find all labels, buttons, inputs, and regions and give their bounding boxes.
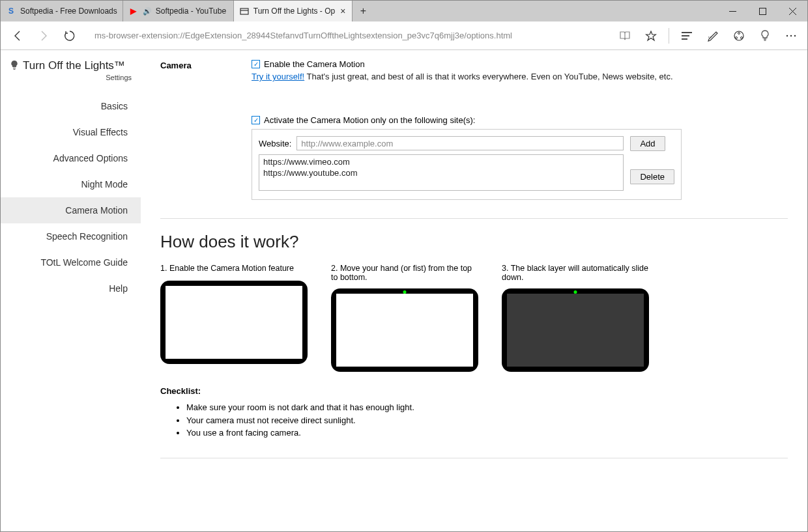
favicon-softpedia: S — [6, 6, 16, 16]
brand-title: Turn Off the Lights™ — [23, 59, 125, 72]
tab-title: Softpedia - Free Downloads — [20, 7, 117, 16]
tab-youtube[interactable]: ▶ 🔊 Softpedia - YouTube — [123, 1, 234, 21]
checkbox-enable-camera[interactable]: ✓ — [252, 60, 260, 68]
svg-point-12 — [736, 36, 738, 38]
divider — [160, 218, 788, 219]
try-yourself-link[interactable]: Try it yourself! — [252, 72, 304, 81]
svg-rect-3 — [759, 8, 766, 14]
sidebar-item-night-mode[interactable]: Night Mode — [1, 171, 141, 197]
site-list[interactable] — [259, 154, 624, 191]
device-illustration-1 — [160, 281, 308, 364]
svg-point-11 — [738, 32, 740, 34]
divider — [160, 458, 788, 458]
svg-point-13 — [741, 36, 743, 38]
tab-turn-off-lights[interactable]: Turn Off the Lights - Op × — [234, 1, 353, 21]
extension-bulb-icon[interactable] — [754, 25, 776, 47]
section-title-camera: Camera — [160, 59, 252, 200]
svg-point-10 — [734, 31, 743, 40]
back-button[interactable] — [6, 24, 29, 48]
add-button[interactable]: Add — [630, 136, 665, 151]
svg-rect-19 — [13, 68, 16, 68]
brand: Turn Off the Lights™ — [1, 59, 141, 74]
favicon-extension — [239, 6, 250, 16]
device-illustration-3 — [502, 288, 649, 372]
refresh-button[interactable] — [58, 24, 81, 48]
tab-strip: S Softpedia - Free Downloads ▶ 🔊 Softped… — [1, 1, 807, 21]
checklist-item: Make sure your room is not dark and that… — [186, 401, 788, 414]
howto-title: How does it work? — [160, 232, 788, 252]
mute-icon[interactable]: 🔊 — [143, 7, 152, 16]
website-input[interactable] — [296, 136, 624, 150]
sidebar-item-speech-recognition[interactable]: Speech Recognition — [1, 223, 141, 249]
address-bar[interactable]: ms-browser-extension://EdgeExtension_289… — [91, 27, 605, 45]
tab-softpedia[interactable]: S Softpedia - Free Downloads — [1, 1, 123, 21]
close-window-button[interactable] — [777, 1, 807, 21]
website-label: Website: — [259, 139, 291, 148]
sidebar-item-help[interactable]: Help — [1, 275, 141, 301]
checklist-title: Checklist: — [160, 386, 788, 396]
content: Camera ✓ Enable the Camera Motion Try it… — [141, 50, 807, 531]
sidebar-item-camera-motion[interactable]: Camera Motion — [1, 197, 141, 223]
site-list-panel: Website: Add Delete — [252, 129, 682, 200]
step-3-label: 3. The black layer will automatically sl… — [502, 264, 649, 282]
toolbar: ms-browser-extension://EdgeExtension_289… — [1, 21, 807, 50]
try-description: That's just great, and best of all is th… — [304, 72, 672, 81]
forward-button[interactable] — [32, 24, 55, 48]
checkbox-activate-sites[interactable]: ✓ — [252, 116, 260, 124]
svg-point-17 — [790, 35, 792, 36]
hub-icon[interactable] — [676, 25, 698, 47]
maximize-button[interactable] — [747, 1, 777, 21]
activate-sites-label: Activate the Camera Motion only on the f… — [264, 115, 475, 125]
sidebar-item-basics[interactable]: Basics — [1, 93, 141, 119]
sidebar-item-advanced-options[interactable]: Advanced Options — [1, 145, 141, 171]
minimize-button[interactable] — [717, 1, 747, 21]
sidebar-item-totl-welcome-guide[interactable]: TOtL Welcome Guide — [1, 249, 141, 275]
sidebar-item-visual-effects[interactable]: Visual Effects — [1, 119, 141, 145]
favicon-youtube: ▶ — [128, 6, 139, 16]
tab-title: Turn Off the Lights - Op — [253, 7, 335, 16]
step-2-label: 2. Move your hand (or fist) from the top… — [331, 264, 478, 282]
bulb-icon — [10, 60, 19, 72]
checklist-item: You use a front facing camera. — [186, 427, 788, 440]
svg-point-18 — [794, 35, 796, 36]
share-icon[interactable] — [728, 25, 750, 47]
delete-button[interactable]: Delete — [630, 169, 674, 184]
checklist-item: Your camera must not receive direct sunl… — [186, 414, 788, 427]
svg-point-16 — [786, 35, 788, 36]
enable-camera-label: Enable the Camera Motion — [264, 59, 365, 69]
device-illustration-2 — [331, 288, 478, 372]
notes-icon[interactable] — [702, 25, 724, 47]
step-1-label: 1. Enable the Camera Motion feature — [160, 264, 308, 274]
url-text: ms-browser-extension://EdgeExtension_289… — [94, 31, 512, 40]
new-tab-button[interactable]: + — [353, 1, 373, 21]
sidebar: Turn Off the Lights™ Settings BasicsVisu… — [1, 50, 141, 531]
more-icon[interactable] — [780, 25, 802, 47]
close-icon[interactable]: × — [339, 6, 347, 16]
reading-view-icon[interactable] — [614, 25, 636, 47]
svg-rect-0 — [240, 8, 248, 14]
brand-subtitle: Settings — [1, 74, 141, 93]
tab-title: Softpedia - YouTube — [156, 7, 228, 16]
svg-rect-20 — [14, 69, 16, 70]
favorite-icon[interactable] — [640, 25, 662, 47]
